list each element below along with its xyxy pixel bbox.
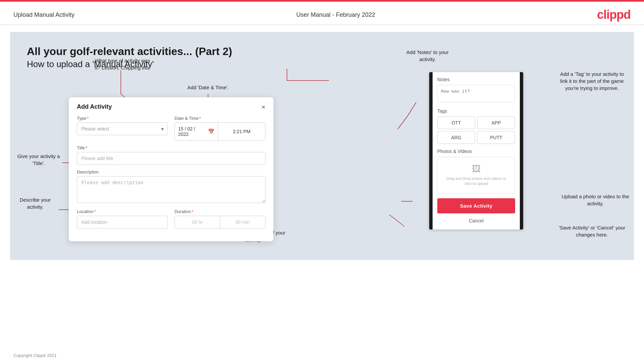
calendar-icon[interactable]: 📅 xyxy=(208,128,214,135)
annotation-tag: Add a 'Tag' to your activity to link it … xyxy=(557,70,627,92)
dialog-header: Add Activity × xyxy=(69,97,274,114)
datetime-wrapper: 15 / 02 / 2022 📅 2:21 PM xyxy=(175,122,265,141)
photos-upload-text: Drag and Drop photos and videos or click… xyxy=(444,176,508,187)
location-label: Location* xyxy=(77,209,168,214)
dialog-body: Type* Please select Date & Time* 15 / xyxy=(69,114,274,241)
add-activity-dialog: Add Activity × Type* Please select xyxy=(69,97,274,241)
title-input[interactable] xyxy=(77,152,265,165)
photos-upload-area[interactable]: 🖼 Drag and Drop photos and videos or cli… xyxy=(437,157,515,194)
duration-wrapper: 00 hr 00 min xyxy=(175,216,265,228)
annotation-type: What type of activity was it? Lesson, Ch… xyxy=(92,57,153,71)
svg-line-14 xyxy=(408,102,416,116)
dialog-title: Add Activity xyxy=(77,103,112,110)
photos-label: Photos & Videos xyxy=(437,149,515,154)
location-duration-row: Location* Duration* 00 hr 00 min xyxy=(77,209,265,228)
tag-arg[interactable]: ARG xyxy=(437,131,475,144)
title-group: Title* xyxy=(77,145,265,165)
duration-group: Duration* 00 hr 00 min xyxy=(175,209,265,228)
description-input[interactable] xyxy=(77,176,265,203)
save-activity-button[interactable]: Save Activity xyxy=(437,198,515,213)
location-input[interactable] xyxy=(77,216,168,228)
description-row: Description xyxy=(77,169,265,204)
date-part: 15 / 02 / 2022 📅 xyxy=(175,123,218,140)
tag-app[interactable]: APP xyxy=(477,116,515,129)
tags-label: Tags xyxy=(437,108,515,114)
annotation-photo: Upload a photo or video to the activity. xyxy=(560,193,631,207)
manual-subtitle: User Manual - February 2022 xyxy=(296,11,375,18)
page-heading: All your golf-relevant activities... (Pa… xyxy=(27,45,617,58)
svg-line-17 xyxy=(396,220,404,226)
svg-line-18 xyxy=(389,215,396,220)
page-title: Upload Manual Activity xyxy=(13,11,75,18)
type-select[interactable]: Please select xyxy=(77,122,168,135)
type-label: Type* xyxy=(77,116,168,121)
annotation-description: Describe your activity. xyxy=(13,196,57,210)
datetime-label: Date & Time* xyxy=(175,116,265,121)
notes-label: Notes xyxy=(437,77,515,82)
annotation-notes: Add 'Notes' to your activity. xyxy=(399,49,456,63)
upload-icon: 🖼 xyxy=(472,164,481,174)
cancel-link[interactable]: Cancel xyxy=(437,217,515,225)
time-part: 2:21 PM xyxy=(218,125,265,138)
duration-min: 00 min xyxy=(220,216,265,228)
duration-label: Duration* xyxy=(175,209,265,214)
top-bar: Upload Manual Activity User Manual - Feb… xyxy=(0,2,644,25)
close-button[interactable]: × xyxy=(261,104,265,110)
type-datetime-row: Type* Please select Date & Time* 15 / xyxy=(77,116,265,141)
tag-putt[interactable]: PUTT xyxy=(477,131,515,144)
annotation-title: Give your activity a 'Title'. xyxy=(17,153,60,167)
logo: clippd xyxy=(597,8,631,22)
main-content: All your golf-relevant activities... (Pa… xyxy=(10,32,634,260)
title-label: Title* xyxy=(77,145,265,150)
description-label: Description xyxy=(77,169,265,174)
svg-line-15 xyxy=(398,116,408,129)
tags-grid: OTT APP ARG PUTT xyxy=(437,116,515,144)
phone-panel: Notes Tags OTT APP ARG PUTT Photos & Vid… xyxy=(429,72,523,229)
datetime-group: Date & Time* 15 / 02 / 2022 📅 2:21 PM xyxy=(175,116,265,141)
type-group: Type* Please select xyxy=(77,116,168,141)
annotation-save: 'Save Activity' or 'Cancel' your changes… xyxy=(555,224,629,238)
type-select-wrapper: Please select xyxy=(77,122,168,135)
duration-hr: 00 hr xyxy=(175,216,220,228)
date-value: 15 / 02 / 2022 xyxy=(178,126,205,137)
annotation-datetime: Add 'Date & Time'. xyxy=(181,84,235,91)
phone-panel-inner: Notes Tags OTT APP ARG PUTT Photos & Vid… xyxy=(433,72,520,229)
title-row: Title* xyxy=(77,145,265,165)
location-group: Location* xyxy=(77,209,168,228)
notes-input[interactable] xyxy=(437,85,515,102)
description-group: Description xyxy=(77,169,265,204)
tag-ott[interactable]: OTT xyxy=(437,116,475,129)
copyright: Copyright Clippd 2021 xyxy=(13,353,57,358)
